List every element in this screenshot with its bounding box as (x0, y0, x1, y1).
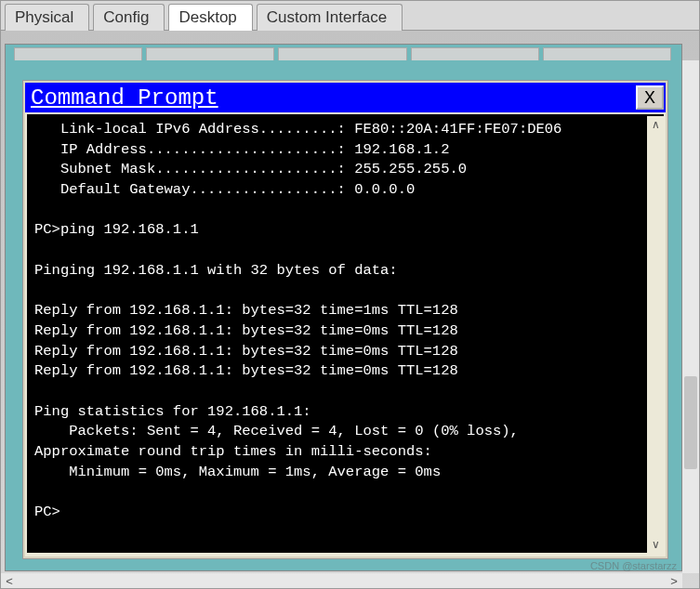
cmd-scrollbar[interactable]: ∧ ∨ (647, 116, 664, 553)
scrollbar-thumb[interactable] (684, 376, 697, 469)
cmd-titlebar[interactable]: Command Prompt X (25, 83, 666, 112)
tab-physical[interactable]: Physical (5, 4, 89, 31)
outer-vertical-scrollbar[interactable] (682, 60, 699, 573)
bg-seg (411, 47, 539, 60)
watermark: CSDN @starstarzz (590, 560, 677, 571)
scroll-right-icon[interactable]: > (666, 573, 682, 588)
scroll-up-icon[interactable]: ∧ (647, 116, 664, 133)
outer-horizontal-scrollbar[interactable]: < > (1, 573, 682, 588)
tab-config[interactable]: Config (93, 4, 165, 31)
scroll-down-icon[interactable]: ∨ (647, 536, 664, 553)
background-tabs (14, 47, 671, 60)
tab-custom-interface[interactable]: Custom Interface (257, 4, 403, 31)
cmd-title: Command Prompt (31, 85, 218, 111)
h-scroll-track[interactable] (18, 575, 666, 586)
tab-bar: Physical Config Desktop Custom Interface (1, 1, 699, 31)
bg-seg (543, 47, 671, 60)
command-prompt-window: Command Prompt X Link-local IPv6 Address… (23, 81, 667, 558)
close-button[interactable]: X (636, 85, 664, 110)
scroll-left-icon[interactable]: < (1, 573, 18, 588)
tab-desktop[interactable]: Desktop (168, 4, 252, 31)
bg-seg (278, 47, 406, 60)
content-area: Command Prompt X Link-local IPv6 Address… (1, 31, 699, 588)
bg-seg (146, 47, 274, 60)
cmd-output[interactable]: Link-local IPv6 Address.........: FE80::… (27, 114, 664, 553)
bg-seg (14, 47, 142, 60)
